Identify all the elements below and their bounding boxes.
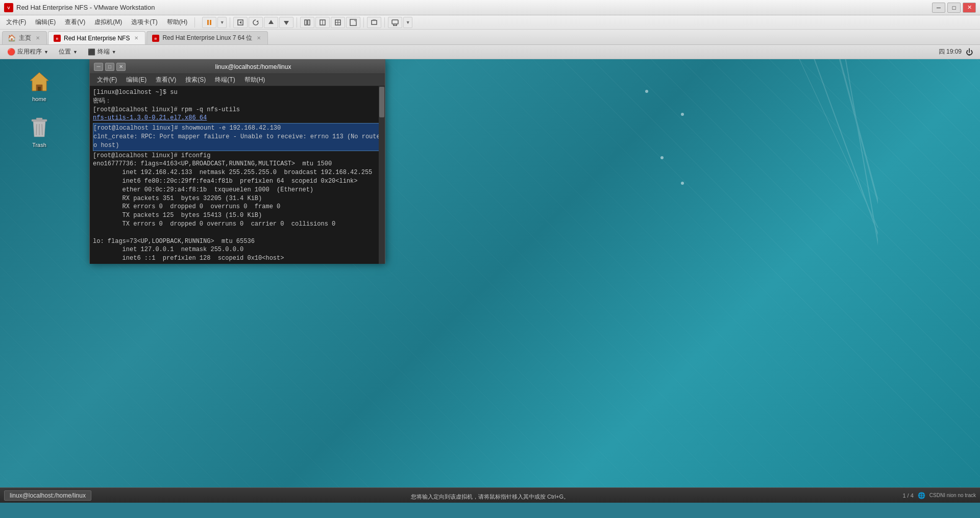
menu-view[interactable]: 查看(V) xyxy=(61,16,89,28)
maximize-button[interactable]: □ xyxy=(947,3,961,13)
power-icon[interactable]: ⏻ xyxy=(966,48,973,56)
menu-tabs[interactable]: 选项卡(T) xyxy=(127,16,161,28)
view-btn4[interactable] xyxy=(346,17,360,28)
term-menu-edit[interactable]: 编辑(E) xyxy=(122,75,151,85)
menu-help[interactable]: 帮助(H) xyxy=(163,16,192,28)
terminal-arrow: ▼ xyxy=(112,50,116,55)
snap-button[interactable] xyxy=(233,17,248,28)
svg-rect-30 xyxy=(38,87,41,91)
desktop-icon-home[interactable]: home xyxy=(21,69,57,102)
term-line-17: lo: flags=73<UP,LOOPBACK,RUNNING> mtu 65… xyxy=(93,237,382,246)
toolbar: ▼ xyxy=(202,17,412,28)
home-tab-icon: 🏠 xyxy=(8,34,16,42)
desktop-icon-trash[interactable]: Trash xyxy=(21,115,57,148)
status-text: 您将输入定向到该虚拟机，请将鼠标指针移入其中或按 Ctrl+G。 xyxy=(411,493,569,501)
apps-arrow: ▼ xyxy=(44,50,48,55)
term-line-12: RX packets 351 bytes 32205 (31.4 KiB) xyxy=(93,194,382,203)
term-menu-view[interactable]: 查看(V) xyxy=(152,75,180,85)
tab-home-label: 主页 xyxy=(19,34,31,42)
terminal-minimize[interactable]: ─ xyxy=(94,63,103,71)
view-btn2[interactable] xyxy=(315,17,330,28)
home-icon-label: home xyxy=(32,96,46,102)
svg-rect-19 xyxy=(373,19,376,20)
svg-rect-9 xyxy=(305,20,307,25)
tab-linux7-label: Red Hat Enterprise Linux 7 64 位 xyxy=(162,34,252,42)
term-line-7: [root@localhost linux]# ifconfig xyxy=(93,152,382,160)
terminal-maximize[interactable]: □ xyxy=(105,63,114,71)
svg-rect-20 xyxy=(392,20,398,24)
down-button[interactable] xyxy=(279,17,293,28)
linux7-tab-icon: R xyxy=(152,35,159,42)
term-line-9: inet 192.168.42.133 netmask 255.255.255.… xyxy=(93,168,382,177)
trash-icon-label: Trash xyxy=(32,142,46,148)
svg-marker-17 xyxy=(353,19,356,22)
taskbar-right-text: CSDNI nion no track xyxy=(929,492,976,498)
tab-linux7[interactable]: R Red Hat Enterprise Linux 7 64 位 ✕ xyxy=(146,31,268,44)
svg-rect-10 xyxy=(308,20,310,25)
home-icon xyxy=(27,69,52,94)
menu-vm[interactable]: 虚拟机(M) xyxy=(90,16,126,28)
terminal-scroll-thumb[interactable] xyxy=(379,87,384,117)
terminal-win-btns: ─ □ ✕ xyxy=(94,63,126,71)
tab-nfs-close[interactable]: ✕ xyxy=(133,35,140,41)
tab-linux7-close[interactable]: ✕ xyxy=(255,35,262,41)
svg-rect-2 xyxy=(207,20,209,25)
menu-file[interactable]: 文件(F) xyxy=(2,16,30,28)
terminal-label: 终端 xyxy=(97,47,110,56)
term-menu-search[interactable]: 搜索(S) xyxy=(181,75,210,85)
svg-text:R: R xyxy=(155,37,157,40)
clock-area: 四 19:09 ⏻ xyxy=(939,47,977,56)
taskbar-task[interactable]: linux@localhost:/home/linux xyxy=(4,490,91,501)
revert-button[interactable] xyxy=(249,17,263,28)
terminal-close[interactable]: ✕ xyxy=(116,63,126,71)
term-line-3: nfs-utils-1.3.0-0.21.el7.x86_64 xyxy=(93,114,382,122)
vm-secondary-bar: 🔴 应用程序 ▼ 位置 ▼ ⬛ 终端 ▼ 四 19:09 ⏻ xyxy=(0,45,980,59)
menu-edit[interactable]: 编辑(E) xyxy=(31,16,60,28)
tab-nfs-label: Red Hat Enterprise NFS xyxy=(64,35,130,42)
view-btn1[interactable] xyxy=(300,17,314,28)
term-line-10: inet6 fe80::20c:29ff:fea4:f81b prefixlen… xyxy=(93,177,382,186)
toolbar-separator xyxy=(194,17,195,28)
sep3 xyxy=(297,17,297,28)
window-controls: ─ □ ✕ xyxy=(932,3,976,13)
tab-bar: 🏠 主页 ✕ R Red Hat Enterprise NFS ✕ R Red … xyxy=(0,30,980,45)
svg-rect-32 xyxy=(36,118,42,120)
app-icon: V xyxy=(4,3,13,12)
terminal-icon-small: ⬛ xyxy=(88,48,95,56)
display-button[interactable] xyxy=(388,17,402,28)
term-line-8: eno16777736: flags=4163<UP,BROADCAST,RUN… xyxy=(93,160,382,168)
term-line-18: inet 127.0.0.1 netmask 255.0.0.0 xyxy=(93,245,382,254)
view-btn3[interactable] xyxy=(331,17,345,28)
close-button[interactable]: ✕ xyxy=(963,3,976,13)
svg-rect-3 xyxy=(210,20,211,25)
trash-icon xyxy=(27,115,52,140)
places-label: 位置 xyxy=(59,47,71,56)
minimize-button[interactable]: ─ xyxy=(932,3,945,13)
terminal-content[interactable]: [linux@localhost ~]$ su 密码： [root@localh… xyxy=(90,86,385,264)
term-menu-help[interactable]: 帮助(H) xyxy=(240,75,270,85)
toolbar-arrow[interactable]: ▼ xyxy=(217,17,227,28)
term-line-0: [linux@localhost ~]$ su xyxy=(93,88,382,97)
desktop: home Trash ─ □ ✕ xyxy=(0,59,980,503)
apps-icon: 🔴 xyxy=(7,48,15,56)
term-menu-terminal[interactable]: 终端(T) xyxy=(211,75,239,85)
terminal-title: linux@localhost:/home/linux xyxy=(126,63,381,70)
pause-button[interactable] xyxy=(202,17,216,28)
up-button[interactable] xyxy=(264,17,278,28)
nfs-tab-icon: R xyxy=(54,35,61,42)
terminal-menu[interactable]: ⬛ 终端 ▼ xyxy=(84,46,120,58)
apps-menu[interactable]: 🔴 应用程序 ▼ xyxy=(3,46,53,58)
sep2 xyxy=(230,17,230,28)
places-arrow: ▼ xyxy=(73,50,78,55)
tab-home[interactable]: 🏠 主页 ✕ xyxy=(2,31,47,44)
dot2 xyxy=(681,113,684,116)
terminal-scrollbar[interactable] xyxy=(379,86,385,264)
tab-nfs[interactable]: R Red Hat Enterprise NFS ✕ xyxy=(48,31,145,44)
toolbar-arrow2[interactable]: ▼ xyxy=(403,17,412,28)
term-line-13: RX errors 0 dropped 0 overruns 0 frame 0 xyxy=(93,203,382,211)
tab-home-close[interactable]: ✕ xyxy=(34,35,41,41)
svg-text:V: V xyxy=(7,6,10,10)
term-menu-file[interactable]: 文件(F) xyxy=(93,75,121,85)
fullscreen-button[interactable] xyxy=(367,17,381,28)
places-menu[interactable]: 位置 ▼ xyxy=(55,46,82,58)
